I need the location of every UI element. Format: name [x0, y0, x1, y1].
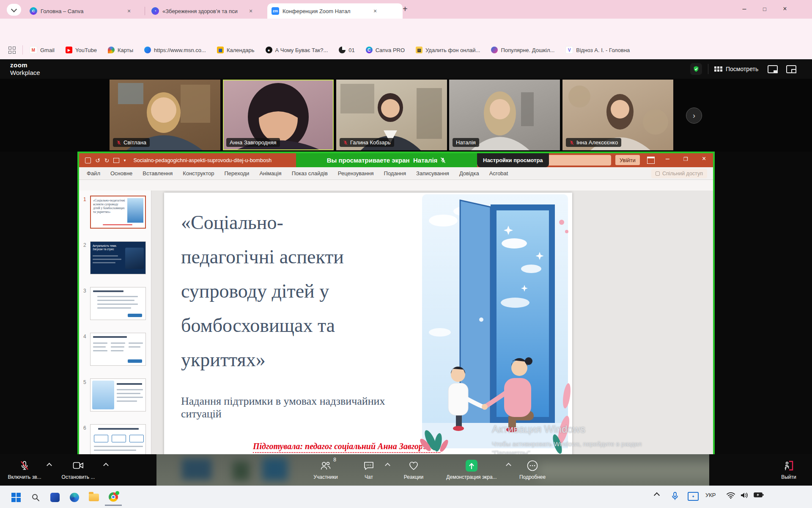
chat-button[interactable]: Чат — [356, 459, 381, 480]
participants-button[interactable]: 8 Участники — [305, 459, 346, 480]
video-tile-natalia[interactable]: Наталія — [449, 80, 560, 150]
bookmark-01[interactable]: 01 — [339, 47, 354, 53]
window-maximize-button[interactable]: □ — [755, 2, 774, 16]
security-shield-icon[interactable] — [690, 63, 702, 75]
taskbar-file-explorer[interactable] — [85, 489, 102, 506]
start-button[interactable] — [8, 489, 25, 506]
taskbar-app-photos[interactable] — [47, 489, 63, 506]
search-icon — [31, 493, 40, 502]
window-close-button[interactable]: × — [776, 2, 794, 16]
ppt-signin-button[interactable]: Увійти — [615, 155, 640, 165]
bookmark-remove-bg[interactable]: ▤Удалить фон онлай... — [416, 47, 480, 53]
ribbon-tab-file[interactable]: Файл — [82, 170, 105, 177]
ribbon-tab-acrobat[interactable]: Acrobat — [484, 170, 513, 177]
new-tab-button[interactable]: + — [403, 4, 408, 14]
ribbon-tab-view[interactable]: Подання — [379, 170, 411, 177]
unmute-button[interactable]: Включить зв... — [3, 459, 46, 480]
customize-quick-access-icon[interactable]: ▾ — [123, 158, 126, 163]
ribbon-tab-home[interactable]: Основне — [105, 170, 137, 177]
browser-toolbar: ← → ↻ app.zoom.us/wc/88653289667/join?fr… — [0, 19, 812, 41]
v-icon: V — [565, 46, 573, 54]
tab-zberezhennya[interactable]: ◔ «Збереження здоров’я та пси × — [147, 3, 273, 19]
apps-grid-icon[interactable] — [8, 47, 16, 54]
tab-canva[interactable]: C Головна – Canva × — [25, 3, 151, 19]
tab-label: «Збереження здоров’я та пси — [162, 8, 243, 14]
chevron-down-icon — [11, 6, 17, 12]
share-screen-button[interactable]: Демонстрация экра... — [440, 459, 503, 480]
undo-icon[interactable]: ↺ — [95, 157, 100, 164]
tray-snip-icon[interactable]: ✦ — [688, 492, 699, 501]
present-icon[interactable] — [113, 158, 119, 163]
participant-name-badge: Наталія — [453, 138, 479, 147]
ribbon-tab-slideshow[interactable]: Показ слайдів — [287, 170, 333, 177]
taskbar-search-button[interactable] — [27, 489, 44, 506]
leave-meeting-button[interactable]: Выйти — [774, 459, 804, 480]
slide-title-line: укриттях» — [181, 342, 418, 377]
next-participants-arrow[interactable]: › — [686, 108, 702, 124]
picture-in-picture-icon[interactable] — [768, 65, 778, 73]
ribbon-tab-help[interactable]: Довідка — [454, 170, 484, 177]
ppt-minimize-button[interactable]: – — [666, 155, 669, 163]
collapse-window-icon[interactable] — [786, 65, 796, 73]
bookmark-maps[interactable]: Карты — [108, 47, 133, 53]
slide-thumbnail-2[interactable]: Актуальність теми. Загрози та стрес — [90, 241, 146, 274]
wifi-icon[interactable] — [727, 492, 735, 499]
bookmark-chomu-buvaye[interactable]: ●А Чому Буває Так?... — [266, 47, 328, 53]
stop-video-button[interactable]: Остановить ... — [55, 459, 102, 480]
bookmark-canva-pro[interactable]: CCanva PRO — [366, 47, 405, 53]
ppt-share-button[interactable]: Спільний доступ — [651, 169, 707, 178]
slide-thumbnail-1[interactable]: «Соціально-педагогічні аспекти супроводу… — [90, 196, 146, 229]
view-button[interactable]: Посмотреть — [714, 66, 758, 72]
language-indicator[interactable]: УКР — [705, 492, 716, 498]
thumb-box — [94, 435, 108, 442]
video-tile-anna[interactable]: Анна Завгородняя — [223, 80, 334, 150]
mic-muted-icon — [19, 461, 30, 471]
taskbar-chrome[interactable] — [105, 489, 122, 506]
ppt-close-button[interactable]: × — [702, 155, 706, 163]
close-tab-icon[interactable]: × — [125, 7, 133, 15]
ribbon-tab-animations[interactable]: Анімація — [254, 170, 286, 177]
pin-icon — [491, 47, 498, 53]
video-tile-inna[interactable]: Інна Алексєєнко — [562, 80, 673, 150]
window-minimize-button[interactable]: – — [735, 2, 754, 16]
tab-divider — [145, 7, 145, 15]
tray-expand-chevron[interactable] — [655, 492, 659, 497]
slide-thumbnail-6[interactable] — [90, 424, 146, 454]
ppt-restore-button[interactable]: ❐ — [683, 156, 688, 162]
slide-thumbnail-5[interactable] — [90, 378, 146, 411]
slide-canvas[interactable]: «Соціально- педагогічні аспекти супровод… — [164, 193, 572, 454]
tab-zoom-active[interactable]: zm Конференция Zoom Натал × — [267, 3, 403, 19]
volume-icon[interactable] — [740, 492, 749, 499]
close-tab-icon[interactable]: × — [247, 7, 255, 15]
ribbon-tab-insert[interactable]: Вставлення — [137, 170, 178, 177]
slide-thumbnail-4[interactable] — [90, 333, 146, 366]
battery-icon[interactable] — [754, 492, 764, 498]
bookmark-youtube[interactable]: ▶YouTube — [66, 47, 97, 53]
slide-thumbnail-3[interactable] — [90, 287, 146, 320]
tab-search-button[interactable] — [7, 4, 21, 16]
bookmark-calendar[interactable]: ▦Календарь — [217, 47, 255, 53]
bookmark-msn[interactable]: https://www.msn.co... — [144, 47, 206, 53]
close-tab-icon[interactable]: × — [371, 7, 379, 15]
bookmark-populyarne[interactable]: Популярне. Дошкіл... — [491, 47, 554, 53]
ribbon-tab-transitions[interactable]: Переходи — [219, 170, 254, 177]
save-icon[interactable] — [85, 157, 91, 163]
ribbon-display-icon[interactable] — [647, 157, 655, 164]
taskbar-app-edge[interactable] — [66, 489, 83, 506]
view-settings-button[interactable]: Настройки просмотра — [477, 153, 549, 167]
more-button[interactable]: Подробнее — [513, 459, 551, 480]
thumb-photo — [125, 248, 144, 269]
leave-door-icon — [783, 460, 794, 471]
bookmark-gmail[interactable]: MGmail — [30, 46, 55, 54]
ribbon-tab-review[interactable]: Рецензування — [333, 170, 379, 177]
video-tile-galyna[interactable]: Галина Кобзарь — [336, 80, 447, 150]
muted-mic-icon — [343, 140, 348, 145]
ribbon-tab-record[interactable]: Записування — [411, 170, 454, 177]
bookmark-vidnoz[interactable]: VВідноз А. І. - Головна — [565, 46, 630, 54]
ribbon-tab-design[interactable]: Конструктор — [178, 170, 219, 177]
reactions-button[interactable]: Реакции — [397, 459, 431, 480]
video-tile-svitlana[interactable]: Світлана — [110, 80, 220, 150]
redo-icon[interactable]: ↻ — [104, 157, 110, 164]
tray-mic-icon[interactable] — [672, 492, 678, 500]
slide-title-line: педагогічні аспекти — [181, 240, 418, 274]
